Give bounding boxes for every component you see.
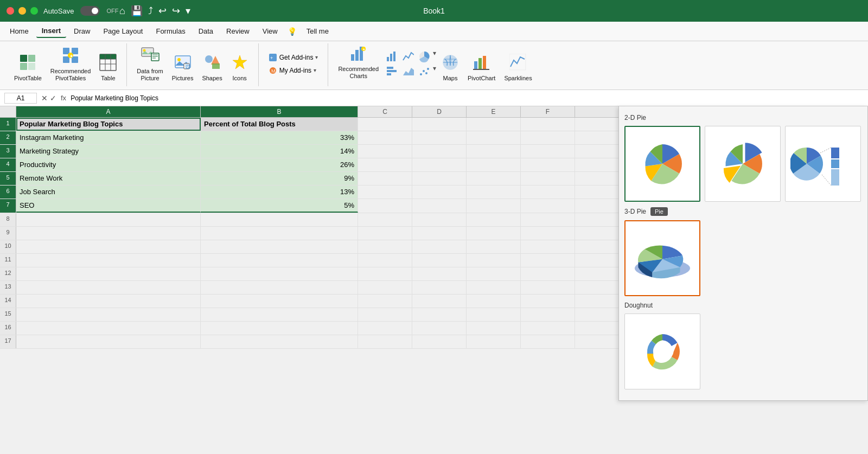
cell-B8[interactable] xyxy=(201,213,358,226)
cell-D2[interactable] xyxy=(412,131,467,144)
autosave-toggle[interactable] xyxy=(80,6,100,16)
cell-F7[interactable] xyxy=(521,199,575,213)
maps-button[interactable]: Maps xyxy=(438,52,462,84)
cell-D3[interactable] xyxy=(412,145,467,158)
row-number-2: 2 xyxy=(0,131,16,144)
table-button[interactable]: Table xyxy=(96,52,120,84)
home-icon[interactable]: ⌂ xyxy=(119,5,125,17)
svg-marker-29 xyxy=(233,55,247,69)
cell-F4[interactable] xyxy=(521,158,575,171)
share-icon[interactable]: ⤴ xyxy=(148,5,153,17)
cell-D1[interactable] xyxy=(412,118,467,131)
maximize-button[interactable] xyxy=(30,7,38,15)
cell-F5[interactable] xyxy=(521,172,575,185)
shapes-button[interactable]: Shapes xyxy=(199,52,225,84)
column-header-D[interactable]: D xyxy=(412,106,467,117)
cell-C7[interactable] xyxy=(358,199,412,213)
cell-A2[interactable]: Instagram Marketing xyxy=(16,131,201,144)
confirm-formula-icon[interactable]: ✓ xyxy=(50,94,56,103)
bar-chart-button[interactable] xyxy=(384,65,399,79)
save-icon[interactable]: 💾 xyxy=(131,5,143,17)
recommended-charts-button[interactable]: ★ RecommendedCharts xyxy=(335,42,382,82)
menu-page-layout[interactable]: Page Layout xyxy=(98,25,148,37)
cell-D4[interactable] xyxy=(412,158,467,171)
column-header-C[interactable]: C xyxy=(358,106,412,117)
cell-C1[interactable] xyxy=(358,118,412,131)
data-from-picture-button[interactable]: Data fromPicture xyxy=(133,42,166,84)
column-header-E[interactable]: E xyxy=(467,106,521,117)
close-button[interactable] xyxy=(7,7,14,15)
cell-A5[interactable]: Remote Work xyxy=(16,172,201,185)
cell-D5[interactable] xyxy=(412,172,467,185)
minimize-button[interactable] xyxy=(18,7,26,15)
cell-B3[interactable]: 14% xyxy=(201,145,358,158)
pie-2d-chart-button[interactable] xyxy=(624,126,700,202)
menu-review[interactable]: Review xyxy=(221,25,255,37)
menu-data[interactable]: Data xyxy=(193,25,219,37)
pivottable-button[interactable]: PivotTable xyxy=(11,52,45,84)
sparklines-button[interactable]: Sparklines xyxy=(501,52,535,84)
cell-C2[interactable] xyxy=(358,131,412,144)
pictures-button[interactable]: 🖼 Pictures xyxy=(169,52,197,84)
area-chart-button[interactable] xyxy=(400,65,416,79)
more-icon[interactable]: ▾ xyxy=(186,5,190,17)
menu-draw[interactable]: Draw xyxy=(68,25,95,37)
scatter-chart-button[interactable] xyxy=(417,65,432,79)
pie-chart-small-button[interactable] xyxy=(417,49,432,63)
cell-A7[interactable]: SEO xyxy=(16,199,201,213)
redo-icon[interactable]: ↪ xyxy=(172,5,180,17)
cell-B1[interactable]: Percent of Total Blog Posts xyxy=(201,118,358,131)
column-chart-button[interactable] xyxy=(384,49,399,63)
cell-B4[interactable]: 26% xyxy=(201,158,358,171)
cell-C5[interactable] xyxy=(358,172,412,185)
cell-F1[interactable] xyxy=(521,118,575,131)
charts-dropdown-2[interactable]: ▾ xyxy=(433,65,436,79)
cancel-formula-icon[interactable]: ✕ xyxy=(41,94,48,103)
cell-reference-input[interactable] xyxy=(4,93,37,104)
cell-B2[interactable]: 33% xyxy=(201,131,358,144)
cell-F2[interactable] xyxy=(521,131,575,144)
recommended-pivottables-button[interactable]: ★ RecommendedPivotTables xyxy=(47,44,94,84)
icons-button[interactable]: Icons xyxy=(228,52,252,84)
menu-insert[interactable]: Insert xyxy=(36,24,66,38)
pivotchart-button[interactable]: PivotChart xyxy=(464,52,499,84)
charts-dropdown-1[interactable]: ▾ xyxy=(433,49,436,63)
column-header-B[interactable]: B xyxy=(201,106,358,117)
get-addins-button[interactable]: + Get Add-ins ▾ xyxy=(265,52,322,63)
column-header-F[interactable]: F xyxy=(521,106,575,117)
cell-D6[interactable] xyxy=(412,186,467,199)
cell-C3[interactable] xyxy=(358,145,412,158)
menu-view[interactable]: View xyxy=(257,25,283,37)
cell-C4[interactable] xyxy=(358,158,412,171)
cell-E2[interactable] xyxy=(467,131,521,144)
pie-3d-chart-button[interactable] xyxy=(624,220,700,296)
cell-C6[interactable] xyxy=(358,186,412,199)
cell-E1[interactable] xyxy=(467,118,521,131)
column-header-A[interactable]: A xyxy=(16,106,201,117)
line-chart-button[interactable] xyxy=(400,49,416,63)
cell-B5[interactable]: 9% xyxy=(201,172,358,185)
cell-F3[interactable] xyxy=(521,145,575,158)
menu-formulas[interactable]: Formulas xyxy=(150,25,190,37)
cell-D7[interactable] xyxy=(412,199,467,213)
cell-E4[interactable] xyxy=(467,158,521,171)
pie-2d-bar-chart-button[interactable] xyxy=(785,126,861,202)
pie-2d-exploded-chart-button[interactable] xyxy=(705,126,781,202)
cell-E5[interactable] xyxy=(467,172,521,185)
cell-B6[interactable]: 13% xyxy=(201,186,358,199)
menu-tell-me[interactable]: Tell me xyxy=(301,25,334,37)
cell-A6[interactable]: Job Search xyxy=(16,186,201,199)
cell-E7[interactable] xyxy=(467,199,521,213)
cell-E6[interactable] xyxy=(467,186,521,199)
cell-A4[interactable]: Productivity xyxy=(16,158,201,171)
doughnut-chart-button[interactable] xyxy=(624,314,700,389)
cell-A8[interactable] xyxy=(16,213,201,226)
cell-F6[interactable] xyxy=(521,186,575,199)
my-addins-button[interactable]: M My Add-ins ▾ xyxy=(265,65,322,76)
cell-B7[interactable]: 5% xyxy=(201,199,358,213)
cell-E3[interactable] xyxy=(467,145,521,158)
menu-home[interactable]: Home xyxy=(4,25,34,37)
cell-A3[interactable]: Marketing Strategy xyxy=(16,145,201,158)
undo-icon[interactable]: ↩ xyxy=(158,5,167,17)
cell-A1[interactable]: Popular Marketing Blog Topics xyxy=(16,118,201,131)
